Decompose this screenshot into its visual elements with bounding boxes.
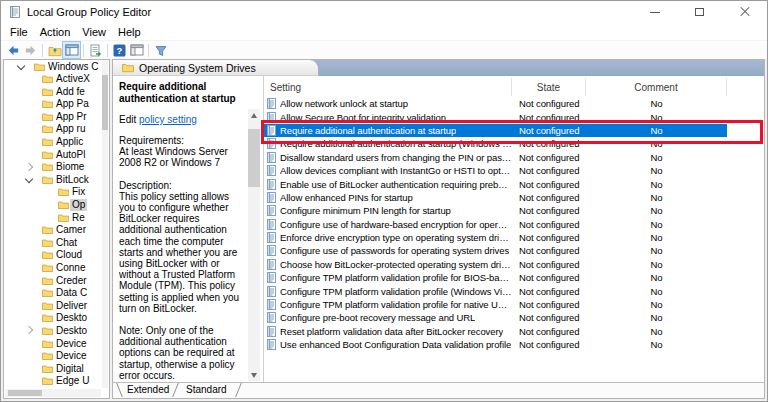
- tree-item-add-fe[interactable]: Add fe: [4, 85, 109, 98]
- tree-item-label: Windows C: [46, 61, 101, 73]
- tree-item-conne[interactable]: Conne: [4, 262, 109, 275]
- tree-item-camer[interactable]: Camer: [4, 224, 109, 237]
- cell-setting: Choose how BitLocker-protected operating…: [264, 259, 512, 270]
- tree-item-device[interactable]: Device: [4, 350, 109, 363]
- tree-item-biome[interactable]: Biome: [4, 161, 109, 174]
- tree-item-app-ru[interactable]: App ru: [4, 123, 109, 136]
- setting-row[interactable]: Require additional authentication at sta…: [264, 137, 764, 150]
- setting-row[interactable]: Allow enhanced PINs for startupNot confi…: [264, 191, 764, 204]
- tree-item-autopl[interactable]: AutoPl: [4, 148, 109, 161]
- tree-item-fix[interactable]: Fix: [4, 186, 109, 199]
- tree-item-re[interactable]: Re: [4, 211, 109, 224]
- setting-name: Reset platform validation data after Bit…: [280, 326, 503, 337]
- tree-item-data-c[interactable]: Data C: [4, 287, 109, 300]
- policy-setting-link[interactable]: policy setting: [139, 114, 197, 125]
- tree-item-app-pa[interactable]: App Pa: [4, 98, 109, 111]
- chevron-expanded-icon[interactable]: [25, 175, 33, 183]
- tree-item-op[interactable]: Op: [4, 199, 109, 212]
- tree-item-applic[interactable]: Applic: [4, 136, 109, 149]
- setting-name: Configure TPM platform validation profil…: [280, 299, 512, 310]
- setting-row[interactable]: Configure use of passwords for operating…: [264, 244, 764, 257]
- menu-view[interactable]: View: [76, 25, 112, 39]
- setting-row[interactable]: Reset platform validation data after Bit…: [264, 325, 764, 338]
- folder-icon: [42, 87, 53, 97]
- setting-row[interactable]: Allow devices compliant with InstantGo o…: [264, 164, 764, 177]
- folder-icon: [42, 74, 53, 84]
- setting-row[interactable]: Choose how BitLocker-protected operating…: [264, 258, 764, 271]
- policy-setting-icon: [267, 286, 276, 297]
- show-console-tree-button[interactable]: [63, 42, 80, 58]
- tree-item-chat[interactable]: Chat: [4, 236, 109, 249]
- tree-vertical-scrollbar-thumb[interactable]: [102, 75, 108, 130]
- setting-row[interactable]: Allow network unlock at startupNot confi…: [264, 97, 764, 110]
- tab-extended[interactable]: Extended: [127, 384, 169, 395]
- tree-item-edge-u[interactable]: Edge U: [4, 375, 109, 388]
- column-header-comment[interactable]: Comment: [586, 78, 727, 96]
- up-one-level-button[interactable]: [46, 42, 63, 58]
- settings-list: Setting State Comment Allow network unlo…: [264, 76, 764, 383]
- menu-help[interactable]: Help: [112, 25, 147, 39]
- tree-item-device[interactable]: Device: [4, 337, 109, 350]
- chevron-collapsed-icon[interactable]: [25, 163, 33, 171]
- folder-icon: [42, 112, 53, 122]
- tree-item-deskto[interactable]: Deskto: [4, 312, 109, 325]
- description-scrollbar[interactable]: [248, 109, 260, 381]
- setting-row[interactable]: Configure TPM platform validation profil…: [264, 271, 764, 284]
- menu-file[interactable]: File: [4, 25, 34, 39]
- description-scrollbar-thumb[interactable]: [248, 129, 260, 187]
- cell-comment: No: [586, 259, 727, 270]
- export-list-button[interactable]: [87, 42, 104, 58]
- scroll-down-arrow[interactable]: [248, 369, 260, 381]
- folder-icon: [42, 351, 53, 361]
- chevron-expanded-icon[interactable]: [17, 62, 25, 70]
- setting-row[interactable]: Enable use of BitLocker authentication r…: [264, 177, 764, 190]
- tree-item-digital[interactable]: Digital: [4, 362, 109, 375]
- setting-row[interactable]: Disallow standard users from changing th…: [264, 151, 764, 164]
- policy-setting-icon: [267, 312, 276, 323]
- column-header-setting[interactable]: Setting: [264, 78, 512, 96]
- setting-row[interactable]: Require additional authentication at sta…: [264, 124, 764, 137]
- setting-row[interactable]: Configure minimum PIN length for startup…: [264, 204, 764, 217]
- folder-icon: [42, 263, 53, 273]
- tree-item-label: ActiveX: [54, 73, 92, 85]
- setting-row[interactable]: Enforce drive encryption type on operati…: [264, 231, 764, 244]
- tree-item-deskto[interactable]: Deskto: [4, 324, 109, 337]
- pane-header-tab: Operating System Drives: [113, 60, 319, 76]
- setting-row[interactable]: Allow Secure Boot for integrity validati…: [264, 110, 764, 123]
- tree-item-activex[interactable]: ActiveX: [4, 73, 109, 86]
- setting-name: Configure TPM platform validation profil…: [280, 286, 512, 297]
- back-button[interactable]: [5, 42, 22, 58]
- chevron-collapsed-icon[interactable]: [25, 326, 33, 334]
- tree-item-creder[interactable]: Creder: [4, 274, 109, 287]
- console-window-button[interactable]: [128, 42, 145, 58]
- column-header-state[interactable]: State: [512, 78, 586, 96]
- tree-item-cloud[interactable]: Cloud: [4, 249, 109, 262]
- setting-row[interactable]: Configure use of hardware-based encrypti…: [264, 218, 764, 231]
- cell-state: Not configured: [512, 312, 586, 323]
- menu-action[interactable]: Action: [34, 25, 77, 39]
- setting-row[interactable]: Configure pre-boot recovery message and …: [264, 311, 764, 324]
- minimize-button[interactable]: [632, 1, 677, 23]
- scroll-up-arrow[interactable]: [248, 109, 260, 121]
- setting-row[interactable]: Use enhanced Boot Configuration Data val…: [264, 338, 764, 351]
- setting-row[interactable]: Configure TPM platform validation profil…: [264, 298, 764, 311]
- tree-item-app-pr[interactable]: App Pr: [4, 110, 109, 123]
- tree-item-windows-c[interactable]: Windows C: [4, 60, 109, 73]
- cell-comment: No: [586, 286, 727, 297]
- forward-button[interactable]: [22, 42, 39, 58]
- cell-setting: Require additional authentication at sta…: [264, 138, 512, 149]
- maximize-button[interactable]: [677, 1, 722, 23]
- filter-button[interactable]: [152, 42, 169, 58]
- tree-item-label: Device: [54, 350, 89, 362]
- tree-vertical-scrollbar[interactable]: [102, 61, 108, 388]
- setting-row[interactable]: Configure TPM platform validation profil…: [264, 284, 764, 297]
- help-button[interactable]: ?: [111, 42, 128, 58]
- tab-standard[interactable]: Standard: [186, 384, 227, 395]
- tree-item-bitlock[interactable]: BitLock: [4, 173, 109, 186]
- cell-state: Not configured: [512, 272, 586, 283]
- tree-horizontal-scrollbar-thumb[interactable]: [8, 390, 42, 396]
- tree-item-deliver[interactable]: Deliver: [4, 299, 109, 312]
- tree-horizontal-scrollbar[interactable]: [5, 389, 101, 397]
- close-button[interactable]: [722, 1, 767, 23]
- app-icon: [8, 5, 22, 19]
